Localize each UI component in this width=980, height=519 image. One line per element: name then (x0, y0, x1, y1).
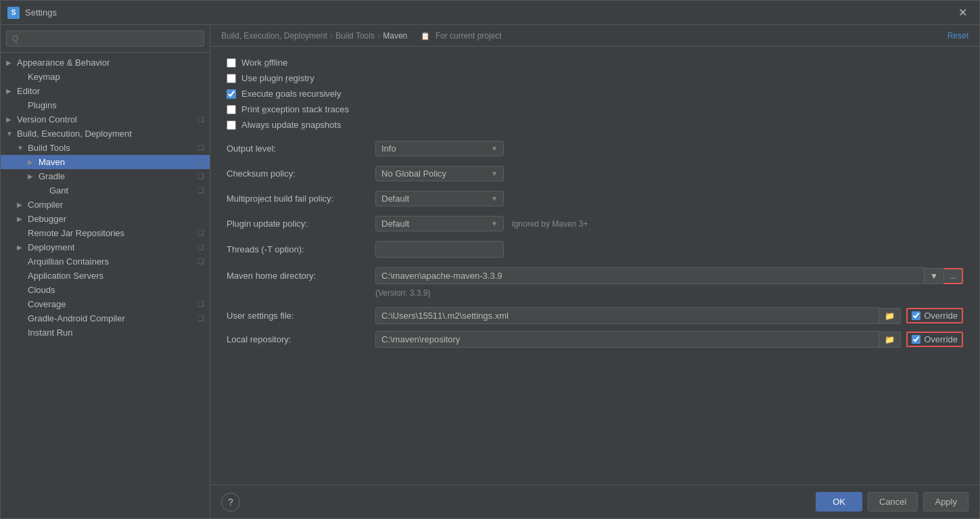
user-settings-browse-btn[interactable]: 📁 (879, 308, 901, 324)
dropdown-arrow-icon: ▼ (491, 170, 498, 177)
sidebar-item-label: Appearance & Behavior (17, 58, 110, 68)
maven-home-input[interactable] (375, 267, 925, 284)
use-plugin-registry-label: Use plugin registry (241, 73, 314, 83)
cancel-button[interactable]: Cancel (868, 492, 918, 512)
local-repo-override-box: Override (906, 332, 963, 347)
sidebar-item-maven[interactable]: ▶ Maven ❏ (1, 155, 210, 169)
sidebar-item-label: Plugins (28, 100, 57, 110)
search-input[interactable] (6, 30, 204, 47)
plugin-update-policy-row: Plugin update policy: Default ▼ ignored … (227, 216, 963, 231)
plugin-update-policy-combo[interactable]: Default ▼ (375, 216, 504, 231)
local-repo-label: Local repository: (227, 334, 375, 344)
copy-icon: ❏ (197, 186, 204, 195)
sidebar-item-label: Debugger (28, 214, 66, 224)
checkbox-print-exception: Print exception stack traces (227, 104, 963, 114)
close-icon[interactable]: ✕ (953, 3, 973, 22)
user-settings-input[interactable] (375, 307, 879, 324)
maven-home-row: Maven home directory: ▼ ... (227, 267, 963, 284)
expand-arrow: ▶ (28, 158, 39, 166)
print-exception-label: Print exception stack traces (241, 104, 349, 114)
maven-home-browse-btn[interactable]: ... (944, 268, 963, 284)
work-offline-checkbox[interactable] (227, 58, 236, 68)
local-repo-override-checkbox[interactable] (912, 335, 920, 344)
user-settings-row: User settings file: 📁 Override (227, 307, 963, 324)
bottom-buttons: OK Cancel Apply (816, 492, 969, 512)
sidebar-item-label: Editor (17, 86, 40, 96)
execute-goals-checkbox[interactable] (227, 89, 236, 99)
checkbox-plugin-registry: Use plugin registry (227, 73, 963, 83)
multiproject-policy-combo[interactable]: Default ▼ (375, 191, 504, 206)
window-title: Settings (25, 7, 953, 18)
local-repo-input[interactable] (375, 331, 879, 348)
sidebar-item-appearance[interactable]: ▶ Appearance & Behavior (1, 55, 210, 70)
always-update-checkbox[interactable] (227, 120, 236, 130)
copy-icon: ❏ (197, 257, 204, 266)
sidebar-item-clouds[interactable]: Clouds (1, 283, 210, 297)
sidebar-item-debugger[interactable]: ▶ Debugger (1, 212, 210, 226)
execute-goals-label: Execute goals recursively (241, 89, 341, 99)
plugin-update-policy-label: Plugin update policy: (227, 219, 375, 229)
sidebar-item-deployment[interactable]: ▶ Deployment ❏ (1, 240, 210, 254)
sidebar: ▶ Appearance & Behavior Keymap ▶ Editor (1, 25, 210, 518)
sidebar-item-label: Gant (49, 185, 68, 196)
apply-button[interactable]: Apply (923, 492, 969, 512)
sidebar-item-remote-jar[interactable]: Remote Jar Repositories ❏ (1, 226, 210, 240)
sidebar-item-label: Gradle (39, 171, 65, 181)
output-level-value: Info (381, 143, 491, 154)
expand-arrow: ▶ (6, 87, 17, 95)
sidebar-item-gant[interactable]: Gant ❏ (1, 183, 210, 198)
use-plugin-registry-checkbox[interactable] (227, 74, 236, 83)
sidebar-item-gradle[interactable]: ▶ Gradle ❏ (1, 169, 210, 183)
dropdown-arrow-icon: ▼ (491, 220, 498, 227)
sidebar-item-plugins[interactable]: Plugins (1, 98, 210, 112)
sidebar-item-label: Gradle-Android Compiler (28, 313, 125, 323)
print-exception-checkbox[interactable] (227, 105, 236, 114)
user-settings-override-checkbox[interactable] (912, 311, 920, 320)
expand-arrow: ▶ (17, 215, 28, 223)
output-level-combo[interactable]: Info ▼ (375, 141, 504, 156)
sidebar-item-compiler[interactable]: ▶ Compiler (1, 198, 210, 212)
threads-input[interactable] (375, 241, 504, 258)
sidebar-item-instant-run[interactable]: Instant Run (1, 325, 210, 340)
local-repo-override-label: Override (924, 334, 958, 344)
sidebar-item-gradle-android[interactable]: Gradle-Android Compiler ❏ (1, 311, 210, 325)
help-button[interactable]: ? (221, 493, 240, 512)
sidebar-item-build-tools[interactable]: ▼ Build Tools ❏ (1, 141, 210, 155)
sidebar-item-coverage[interactable]: Coverage ❏ (1, 297, 210, 311)
expand-arrow: ▶ (28, 173, 39, 180)
expand-arrow: ▶ (6, 59, 17, 66)
search-box (1, 25, 210, 53)
sidebar-item-version-control[interactable]: ▶ Version Control ❏ (1, 112, 210, 127)
sidebar-item-label: Remote Jar Repositories (28, 228, 124, 238)
expand-arrow: ▶ (17, 244, 28, 251)
ok-button[interactable]: OK (816, 492, 862, 512)
sidebar-item-label: Deployment (28, 242, 74, 252)
sidebar-item-arquillian[interactable]: Arquillian Containers ❏ (1, 254, 210, 269)
local-repo-row: Local repository: 📁 Override (227, 331, 963, 348)
maven-home-label: Maven home directory: (227, 271, 375, 281)
threads-row: Threads (-T option): (227, 241, 963, 258)
main-content: ▶ Appearance & Behavior Keymap ▶ Editor (1, 25, 979, 518)
expand-arrow: ▶ (6, 116, 17, 123)
sidebar-item-editor[interactable]: ▶ Editor (1, 84, 210, 98)
sidebar-tree: ▶ Appearance & Behavior Keymap ▶ Editor (1, 53, 210, 518)
sidebar-item-app-servers[interactable]: Application Servers (1, 269, 210, 283)
copy-icon: ❏ (197, 158, 204, 166)
copy-icon: ❏ (197, 243, 204, 252)
reset-button[interactable]: Reset (948, 31, 969, 41)
output-level-row: Output level: Info ▼ (227, 141, 963, 156)
sidebar-item-build-exec[interactable]: ▼ Build, Execution, Deployment (1, 127, 210, 141)
checksum-policy-combo[interactable]: No Global Policy ▼ (375, 166, 504, 181)
local-repo-browse-btn[interactable]: 📁 (879, 332, 901, 348)
sidebar-item-label: Maven (39, 157, 65, 167)
sidebar-item-label: Coverage (28, 299, 66, 309)
copy-icon: ❏ (197, 143, 204, 152)
settings-content: Work offline Use plugin registry Execute… (210, 47, 979, 484)
sidebar-item-keymap[interactable]: Keymap (1, 70, 210, 84)
sidebar-item-label: Keymap (28, 72, 60, 82)
sidebar-item-label: Version Control (17, 114, 77, 125)
sidebar-item-label: Clouds (28, 285, 55, 295)
output-level-label: Output level: (227, 143, 375, 154)
maven-home-dropdown-btn[interactable]: ▼ (925, 268, 944, 284)
expand-arrow: ▼ (17, 144, 28, 152)
